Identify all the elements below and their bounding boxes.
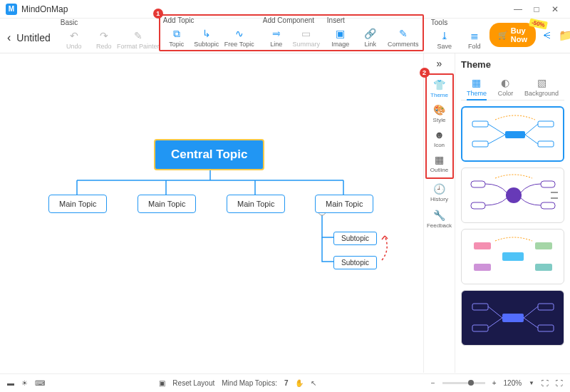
topic-icon: ⧉	[173, 27, 180, 40]
subtopic-button[interactable]: ↳Subtopic	[192, 26, 222, 49]
subtopic-node[interactable]: Subtopic	[333, 256, 377, 269]
fold-icon: ≣	[470, 29, 479, 42]
buy-now-button[interactable]: 🛒 Buy Now -50%	[489, 23, 536, 47]
cursor-tool-icon[interactable]: ↖	[311, 379, 316, 387]
side-rail: » 2 👕Theme 🎨Style ☻Icon ▦Outline 🕘Histor…	[423, 53, 455, 373]
theme-preset[interactable]	[461, 229, 564, 284]
cart-icon: 🛒	[498, 31, 508, 40]
brightness-icon[interactable]: ☀	[21, 379, 28, 387]
subtopic-node[interactable]: Subtopic	[333, 232, 377, 245]
export-icon[interactable]: 📁	[559, 29, 570, 42]
zoom-slider-handle[interactable]	[468, 380, 474, 386]
grid-icon: ▦	[435, 154, 444, 165]
svg-rect-8	[471, 181, 485, 187]
annotation-badge-1: 1	[153, 9, 163, 19]
tab-theme[interactable]: ▦Theme	[467, 77, 487, 100]
rail-theme[interactable]: 👕Theme	[427, 76, 452, 101]
window-maximize[interactable]: □	[527, 2, 546, 16]
tab-color[interactable]: ◐Color	[498, 77, 514, 97]
main-topic-node[interactable]: Main Topic	[138, 195, 196, 213]
discount-badge: -50%	[529, 19, 547, 30]
rail-outline[interactable]: ▦Outline	[427, 151, 452, 176]
share-icon[interactable]: ⪪	[542, 29, 553, 41]
document-title[interactable]: Untitled	[16, 32, 50, 43]
save-button[interactable]: ⤓Save	[430, 28, 460, 51]
reset-layout-button[interactable]: Reset Layout	[172, 379, 214, 387]
line-button[interactable]: ⥤Line	[261, 26, 291, 49]
theme-preset[interactable]	[461, 290, 564, 346]
main-topic-node[interactable]: Main Topic	[48, 195, 107, 213]
redo-button[interactable]: ↷Redo	[89, 28, 119, 51]
zoom-level[interactable]: 120%	[504, 379, 522, 387]
panel-title: Theme	[461, 59, 564, 70]
free-topic-button[interactable]: ∿Free Topic	[222, 26, 257, 49]
group-label-basic: Basic	[59, 19, 157, 26]
svg-rect-9	[471, 202, 485, 209]
svg-rect-4	[472, 141, 488, 147]
tab-background[interactable]: ▧Background	[524, 77, 559, 97]
collapse-rail-button[interactable]: »	[437, 58, 442, 69]
svg-rect-11	[541, 202, 555, 209]
group-label-tools: Tools	[430, 19, 489, 26]
link-button[interactable]: 🔗Link	[356, 26, 385, 49]
main-topic-node[interactable]: Main Topic	[315, 195, 373, 213]
app-logo: M	[6, 4, 17, 15]
brush-icon: ✎	[134, 29, 142, 42]
fit-screen-icon[interactable]: ⛶	[542, 379, 549, 387]
svg-rect-6	[538, 141, 554, 147]
format-painter-button[interactable]: ✎Format Painter	[119, 28, 157, 51]
window-close[interactable]: ✕	[546, 2, 564, 16]
topics-label: Mind Map Topics:	[222, 379, 277, 387]
rail-history[interactable]: 🕘History	[427, 180, 452, 205]
summary-icon: ▭	[301, 27, 311, 40]
wrench-icon: 🔧	[433, 210, 445, 221]
svg-rect-22	[538, 304, 554, 310]
theme-preset[interactable]	[461, 167, 564, 223]
view-mode-icon[interactable]: ▬	[7, 379, 14, 387]
comments-button[interactable]: ✎Comments	[385, 26, 421, 49]
svg-rect-23	[538, 325, 554, 331]
subtopic-icon: ↳	[202, 27, 211, 40]
svg-rect-19	[502, 314, 524, 322]
grid-icon: ▦	[472, 77, 481, 88]
group-label-insert: Insert	[326, 16, 421, 24]
keyboard-icon[interactable]: ⌨	[35, 379, 45, 387]
hand-tool-icon[interactable]: ✋	[295, 379, 304, 387]
rail-feedback[interactable]: 🔧Feedback	[427, 207, 452, 232]
undo-button[interactable]: ↶Undo	[59, 28, 89, 51]
palette-icon: 🎨	[433, 104, 445, 115]
central-topic-node[interactable]: Central Topic	[154, 139, 264, 170]
svg-rect-20	[472, 304, 488, 310]
back-button[interactable]: ‹	[7, 31, 11, 44]
summary-button[interactable]: ▭Summary	[291, 26, 321, 49]
annotation-box-2: 2 👕Theme 🎨Style ☻Icon ▦Outline	[425, 73, 454, 179]
svg-rect-21	[472, 325, 488, 331]
zoom-out-button[interactable]: −	[431, 379, 435, 387]
group-label-addtopic: Add Topic	[162, 16, 257, 24]
zoom-in-button[interactable]: +	[492, 379, 497, 387]
annotation-box-1: 1 Add Topic ⧉Topic ↳Subtopic ∿Free Topic…	[159, 14, 424, 51]
image-button[interactable]: ▣Image	[326, 26, 356, 49]
fullscreen-icon[interactable]: ⛶	[556, 379, 563, 387]
svg-rect-10	[541, 181, 555, 187]
topic-button[interactable]: ⧉Topic	[162, 26, 192, 49]
smile-icon: ☻	[434, 129, 445, 140]
reset-layout-icon[interactable]: ▣	[159, 379, 165, 387]
main-topic-node[interactable]: Main Topic	[227, 195, 285, 213]
svg-point-7	[506, 187, 522, 203]
fold-button[interactable]: ≣Fold	[460, 28, 489, 51]
window-minimize[interactable]: —	[509, 2, 527, 16]
line-icon: ⥤	[272, 27, 281, 40]
svg-rect-15	[474, 242, 491, 249]
group-label-addcomponent: Add Component	[261, 16, 321, 24]
theme-panel: Theme ▦Theme ◐Color ▧Background	[455, 53, 570, 373]
svg-rect-18	[535, 264, 552, 271]
undo-icon: ↶	[70, 29, 78, 42]
theme-preset[interactable]	[461, 106, 564, 162]
svg-rect-17	[535, 242, 552, 249]
app-name: MindOnMap	[21, 4, 68, 14]
mindmap-canvas[interactable]: Central Topic Main Topic Main Topic Main…	[0, 53, 423, 373]
rail-icon[interactable]: ☻Icon	[427, 126, 452, 151]
image-icon: ▣	[336, 27, 345, 40]
rail-style[interactable]: 🎨Style	[427, 101, 452, 126]
